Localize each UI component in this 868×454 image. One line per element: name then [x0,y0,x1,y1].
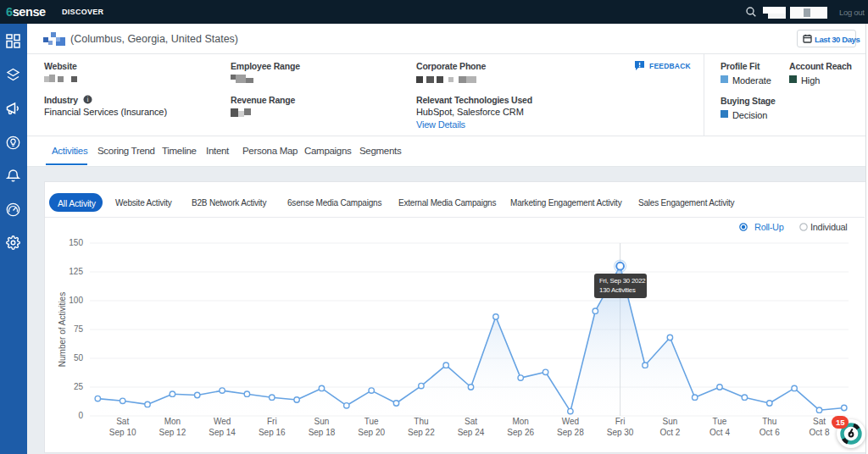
svg-text:100: 100 [69,296,83,305]
svg-text:Sep 10: Sep 10 [109,428,136,437]
svg-text:Sat: Sat [116,417,129,426]
svg-text:Sep 18: Sep 18 [309,428,336,437]
svg-text:Oct 6: Oct 6 [760,428,780,437]
svg-text:150: 150 [69,238,83,247]
svg-text:Mon: Mon [164,417,181,426]
svg-text:Sep 30: Sep 30 [607,428,634,437]
svg-text:Sep 14: Sep 14 [209,428,236,437]
svg-text:Fri: Fri [267,417,277,426]
svg-text:Sep 28: Sep 28 [557,428,584,437]
svg-text:Sat: Sat [465,417,477,426]
svg-text:25: 25 [74,382,84,391]
svg-text:Sep 24: Sep 24 [458,428,485,437]
svg-text:Mon: Mon [512,417,528,426]
svg-text:Sep 22: Sep 22 [408,428,435,437]
svg-text:Wed: Wed [214,417,231,426]
svg-text:Wed: Wed [562,417,579,426]
svg-text:Tue: Tue [364,417,379,426]
svg-text:Sep 16: Sep 16 [259,428,286,437]
svg-text:Sat: Sat [813,417,826,426]
svg-text:Oct 2: Oct 2 [659,428,680,437]
svg-text:Oct 4: Oct 4 [709,428,730,437]
svg-text:Oct 8: Oct 8 [810,428,830,437]
svg-text:Sep 20: Sep 20 [358,428,385,437]
svg-text:Thu: Thu [414,417,428,426]
svg-text:Tue: Tue [713,417,727,426]
svg-text:Sun: Sun [314,417,330,426]
svg-text:Number of Activities: Number of Activities [58,292,67,367]
svg-text:Thu: Thu [762,417,776,426]
svg-text:Sep 26: Sep 26 [507,428,534,437]
svg-text:50: 50 [74,353,84,363]
svg-text:Sep 12: Sep 12 [159,428,186,437]
svg-text:Fri: Fri [615,417,626,426]
svg-text:125: 125 [69,267,83,276]
svg-text:75: 75 [74,324,84,334]
svg-text:0: 0 [78,411,83,420]
svg-text:Sun: Sun [663,417,678,426]
